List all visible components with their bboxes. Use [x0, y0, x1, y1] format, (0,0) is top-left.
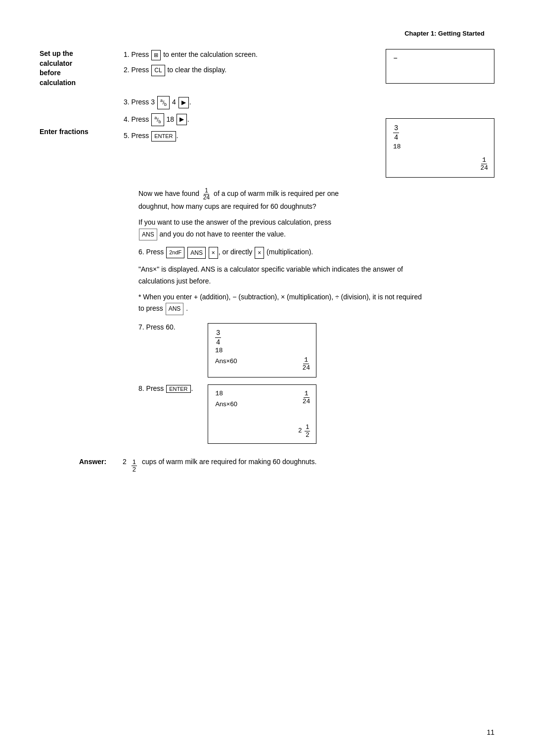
disp8-top-right: 1 24	[302, 390, 312, 406]
disp8-ansx60: Ans×60	[215, 400, 309, 408]
quoted-text: "Ans×" is displayed. ANS is a calculator…	[40, 264, 425, 287]
calc-display-1: –	[386, 49, 494, 84]
step-8-text: 8. Press ENTER.	[138, 384, 193, 393]
key-ab-3: a/b	[157, 96, 170, 109]
answer-text: cups of warm milk are required for makin…	[142, 458, 316, 466]
answer-frac: 1 2	[132, 459, 137, 473]
display-fraction-block: 3 4	[393, 124, 487, 142]
chapter-title: Chapter 1: Getting Started	[404, 30, 485, 37]
key-times-direct: ×	[255, 247, 264, 259]
disp7-right: 1 24	[301, 356, 311, 372]
step-8-row: 8. Press ENTER. 18 1 24 Ans×60 2 1 2	[40, 384, 494, 444]
key-enter-8: ENTER	[166, 385, 190, 393]
left-labels: Set up the calculator before calculation…	[40, 49, 109, 178]
display-right-frac: 1 24	[479, 156, 489, 172]
key-ans-6: ANS	[187, 247, 206, 259]
page-number: 11	[487, 728, 494, 736]
display-denom-18: 18	[393, 143, 487, 150]
ans-key-inline: ANS	[139, 229, 157, 240]
step-1: 1. Press ⊞ to enter the calculation scre…	[124, 49, 371, 60]
inline-frac-1-24: 1 24	[202, 188, 211, 201]
page: Chapter 1: Getting Started Set up the ca…	[0, 0, 534, 756]
body-para-2: If you want to use the answer of the pre…	[40, 217, 425, 240]
step-7-text: 7. Press 60.	[138, 323, 193, 331]
main-content-area: Set up the calculator before calculation…	[40, 49, 494, 178]
answer-whole: 2	[123, 458, 127, 466]
chapter-header: Chapter 1: Getting Started	[40, 30, 494, 37]
disp8-18: 18	[215, 390, 309, 397]
body-para-1: Now we have found 1 24 of a cup of warm …	[40, 188, 425, 213]
answer-label: Answer:	[79, 458, 119, 466]
disp8-right-num: 1	[304, 390, 310, 398]
disp7-num: 3	[215, 329, 221, 338]
display-denominator-whole: 4	[393, 133, 487, 142]
key-enter-5: ENTER	[151, 131, 176, 142]
disp7-frac: 3 4	[215, 329, 309, 347]
calc-display-7: 3 4 18 1 24 Ans×60	[208, 323, 316, 378]
disp8-mixed-result: 2 1 2	[298, 424, 311, 438]
step-7-row: 7. Press 60. 3 4 18 1 24 Ans×60	[40, 323, 494, 378]
display-numerator: 3	[393, 124, 399, 133]
key-arrow-4: ▶	[177, 114, 187, 125]
step-3: 3. Press 3 a/b 4 ▶.	[124, 96, 371, 109]
key-ab-4: a/b	[151, 113, 164, 127]
enter-fractions-label: Enter fractions	[40, 127, 109, 137]
step-5: 5. Press ENTER.	[124, 130, 371, 142]
disp7-ansx60: Ans×60	[215, 357, 309, 365]
disp8-result-frac: 1 2	[305, 424, 310, 438]
key-2ndf: 2ndF	[166, 247, 184, 258]
key-grid: ⊞	[151, 50, 161, 61]
key-times-6: ×	[209, 247, 218, 259]
display-dash: –	[393, 54, 398, 63]
instructions-column: 1. Press ⊞ to enter the calculation scre…	[124, 49, 371, 178]
step-4: 4. Press a/b 18 ▶.	[124, 113, 371, 127]
right-frac-num: 1	[481, 156, 487, 165]
calc-display-8: 18 1 24 Ans×60 2 1 2	[208, 384, 316, 444]
disp7-whole: 4	[215, 338, 309, 347]
step-2: 2. Press CL to clear the display.	[124, 64, 371, 76]
disp8-right-den: 24	[302, 398, 312, 406]
setup-label: Set up the calculator before calculation	[40, 49, 109, 88]
step-6: 6. Press 2ndF ANS ×, or directly × (mult…	[40, 246, 494, 258]
disp7-right-den: 24	[301, 364, 311, 372]
answer-block: Answer: 2 1 2 cups of warm milk are requ…	[40, 458, 494, 473]
note-ans-key: ANS	[166, 303, 184, 315]
calc-display-2: 3 4 18 1 24	[386, 118, 494, 178]
note-text: * When you enter + (addition), − (subtra…	[40, 291, 425, 315]
disp7-right-num: 1	[303, 356, 309, 365]
key-cl: CL	[151, 65, 165, 76]
right-frac-den: 24	[479, 164, 489, 172]
display-column: – 3 4 18 1 24	[386, 49, 494, 178]
key-arrow-3: ▶	[178, 97, 189, 108]
disp7-18: 18	[215, 347, 309, 354]
